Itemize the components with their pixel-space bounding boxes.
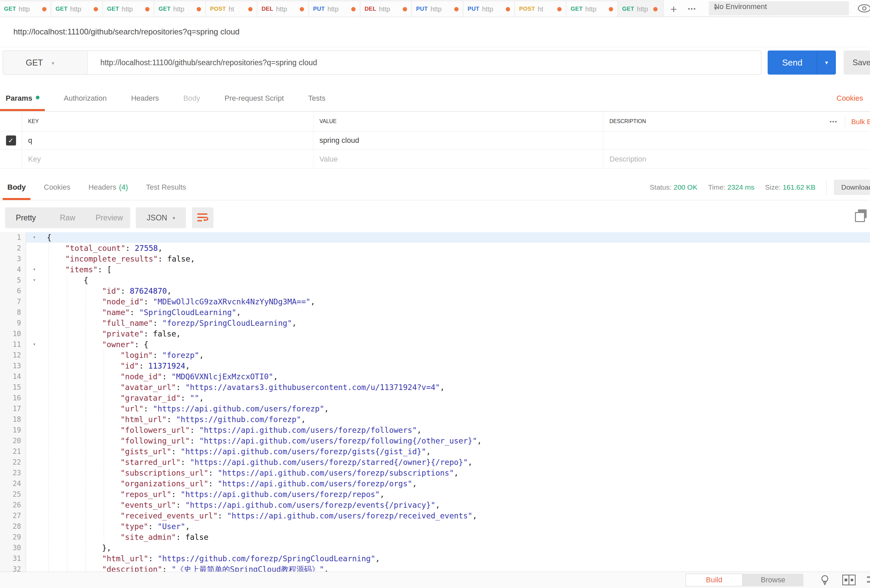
tab-label: Authorization [64,94,107,103]
request-tab[interactable]: GEThttp [567,1,617,17]
wrap-lines-button[interactable] [192,207,213,228]
line-number: 19 [0,425,26,436]
tab-url-label: http [122,5,144,13]
params-header-value: VALUE [313,112,603,131]
request-tab[interactable]: POSTht [206,1,256,17]
line-number: 31 [0,553,26,564]
fold-toggle-icon[interactable]: ▾ [33,232,36,243]
save-button[interactable]: Save [843,51,870,74]
indent-guide [104,457,104,467]
cookies-link[interactable]: Cookies [837,86,870,111]
unsaved-dot-icon [609,7,613,11]
new-tab-button[interactable]: + [666,2,681,16]
view-mode-pretty[interactable]: Pretty [5,213,47,222]
request-tab-active[interactable]: GEThttp [618,1,661,17]
view-mode-raw[interactable]: Raw [47,213,89,222]
indent-guide [104,403,104,414]
request-tab[interactable]: GEThttp [52,1,102,17]
fold-toggle-icon[interactable]: ▾ [33,264,36,275]
view-mode-preview[interactable]: Preview [88,213,130,222]
response-tab-headers[interactable]: Headers(4) [83,174,133,200]
headers-count-badge: (4) [119,183,128,192]
tab-pre-request-script[interactable]: Pre-request Script [219,86,289,111]
build-toggle-button[interactable]: Build [686,574,743,587]
indent-guide [67,521,67,532]
request-tab[interactable]: PUThttp [412,1,463,17]
copy-response-button[interactable] [855,209,870,223]
tab-body[interactable]: Body [177,86,206,111]
param-new-value-cell[interactable]: Value [313,150,603,168]
code-line: 7"node_id": "MDEwOlJlcG9zaXRvcnk4NzYyNDg… [0,296,870,307]
tab-params[interactable]: Params [0,86,45,111]
environment-selector[interactable]: No Environment ▾ [709,1,849,15]
tab-method-label: GET [107,6,119,12]
tab-url-label: http [70,5,92,13]
response-meta: Status:200 OK Time:2324 ms Size:161.62 K… [650,174,870,200]
line-number: 25 [0,489,26,500]
line-number: 7 [0,296,26,307]
tab-tests[interactable]: Tests [303,86,331,111]
fold-toggle-icon[interactable]: ▾ [33,275,36,286]
request-tab[interactable]: DELhttp [361,1,411,17]
format-dropdown[interactable]: JSON ▾ [136,207,186,228]
indent-guide [67,425,67,436]
code-text: { [83,275,88,286]
request-tab[interactable]: GEThttp [0,1,51,17]
tips-button[interactable] [819,574,832,587]
environment-quick-look-button[interactable] [857,3,870,14]
param-key-cell[interactable]: q [22,131,313,149]
response-tab-test-results[interactable]: Test Results [142,174,191,200]
active-tab-underline [3,198,30,200]
tab-options-button[interactable]: ••• [684,2,700,16]
line-number: 5 [0,275,26,286]
indent-guide [104,489,104,500]
code-line: 25"repos_url": "https://api.github.com/u… [0,489,870,500]
send-options-button[interactable]: ▾ [817,51,836,74]
request-tab[interactable]: PUThttp [309,1,360,17]
fold-toggle-icon[interactable]: ▾ [33,339,36,350]
request-builder: GET ▾ Send ▾ Save [0,51,870,74]
param-value-cell[interactable]: spring cloud [313,131,603,149]
bulk-edit-link[interactable]: Bulk Edit [845,118,870,126]
line-number: 30 [0,542,26,553]
request-tab[interactable]: GEThttp [103,1,153,17]
request-tab[interactable]: POSTht [515,1,566,17]
clipped-edge-button[interactable] [866,575,870,586]
browse-toggle-button[interactable]: Browse [743,574,803,587]
indent-guide [85,371,86,382]
two-pane-view-button[interactable] [842,575,857,586]
code-text: "received_events_url": "https://api.gith… [121,511,477,521]
tab-label: Cookies [44,183,70,192]
tab-headers[interactable]: Headers [125,86,164,111]
request-tab[interactable]: GEThttp [155,1,205,17]
line-number: 2 [0,243,26,253]
response-body-code[interactable]: 1▾{2"total_count": 27558,3"incomplete_re… [0,232,870,572]
tab-method-label: GET [4,6,16,12]
indent-guide [67,393,67,403]
request-tab[interactable]: PUThttp [463,1,514,17]
method-dropdown[interactable]: GET ▾ [3,51,88,74]
code-line: 5▾{ [0,275,870,286]
indent-guide [104,521,104,532]
send-button[interactable]: Send [768,51,817,74]
indent-guide [67,553,67,564]
param-description-cell[interactable] [603,131,870,149]
indent-guide [85,393,86,403]
indent-guide [67,542,67,553]
tab-authorization[interactable]: Authorization [58,86,112,111]
param-new-key-cell[interactable]: Key [22,150,313,168]
params-more-actions-button[interactable]: ••• [822,118,845,125]
unsaved-dot-icon [42,7,46,11]
code-text: "site_admin": false [121,532,209,542]
response-tab-cookies[interactable]: Cookies [39,174,75,200]
response-tab-body[interactable]: Body [3,174,30,200]
request-tab[interactable]: DELhttp [258,1,308,17]
postman-window: GEThttpGEThttpGEThttpGEThttpPOSThtDELhtt… [0,0,870,588]
param-checkbox[interactable]: ✓ [6,135,16,146]
download-button[interactable]: Download [834,180,870,195]
line-number: 12 [0,350,26,360]
code-line: 18"html_url": "https://github.com/forezp… [0,414,870,425]
request-url-input[interactable] [88,51,761,74]
code-line: 31"html_url": "https://github.com/forezp… [0,553,870,564]
param-new-description-cell[interactable]: Description [603,150,870,168]
